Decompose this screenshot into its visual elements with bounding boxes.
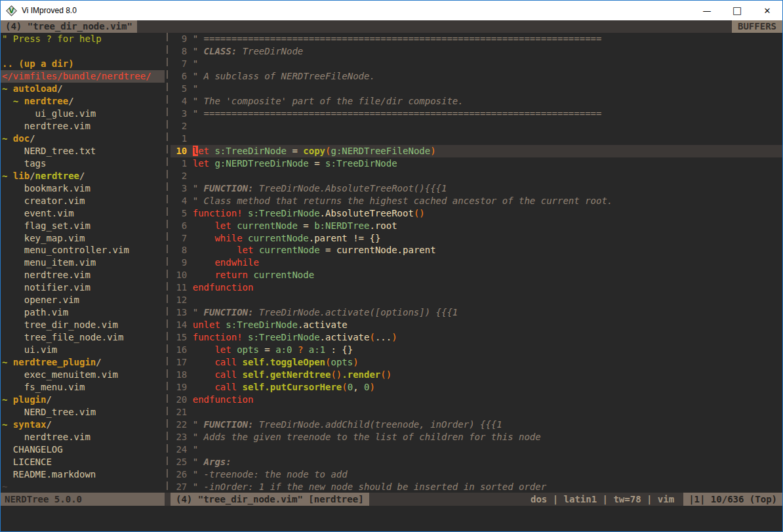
tree-item[interactable]: event.vim: [1, 207, 165, 220]
tree-item[interactable]: tree_dir_node.vim: [1, 319, 165, 331]
tree-item[interactable]: menu_item.vim: [1, 256, 165, 269]
text-segment: nerdtree: [24, 96, 68, 106]
code-line[interactable]: 1let g:NERDTreeDirNode = s:TreeDirNode: [171, 157, 782, 170]
tree-item[interactable]: notifier.vim: [1, 281, 165, 294]
text-segment: path.vim: [2, 307, 68, 317]
code-line[interactable]: 24": [171, 443, 782, 456]
code-line[interactable]: 11endfunction: [171, 281, 782, 294]
tree-item[interactable]: tree_file_node.vim: [1, 331, 165, 344]
code-line[interactable]: 17 call self.toggleOpen(opts): [171, 356, 782, 369]
line-number: 1: [171, 133, 187, 145]
code-line[interactable]: 18 call self.getNerdtree().render(): [171, 369, 782, 381]
tree-item[interactable]: fs_menu.vim: [1, 381, 165, 394]
tree-item[interactable]: tags: [1, 157, 165, 170]
vertical-split[interactable]: [165, 33, 171, 493]
maximize-button[interactable]: □: [722, 1, 752, 20]
code-line[interactable]: 4" The 'composite' part of the file/dir …: [171, 95, 782, 108]
text-segment: /: [68, 96, 73, 106]
tree-item[interactable]: bookmark.vim: [1, 182, 165, 195]
nerdtree-pane[interactable]: " Press ? for help.. (up a dir)</vimfile…: [1, 33, 165, 493]
code-line[interactable]: 21: [171, 406, 782, 419]
tree-item[interactable]: NERD_tree.txt: [1, 145, 165, 157]
tree-item[interactable]: ~ nerdtree_plugin/: [1, 356, 165, 369]
text-segment: ): [369, 382, 374, 392]
tree-item[interactable]: CHANGELOG: [1, 443, 165, 456]
tree-item[interactable]: ~ lib/nerdtree/: [1, 170, 165, 182]
code-line[interactable]: 3" =====================================…: [171, 108, 782, 120]
tab-tree-dir-node[interactable]: (4) "tree_dir_node.vim": [1, 20, 137, 33]
code-line[interactable]: 16 let opts = a:0 ? a:1 : {}: [171, 344, 782, 356]
code-line[interactable]: 25" Args:: [171, 456, 782, 468]
tree-item[interactable]: ~ nerdtree/: [1, 95, 165, 108]
code-line[interactable]: 23" Adds the given treenode to the list …: [171, 431, 782, 443]
tree-item[interactable]: " Press ? for help: [1, 33, 165, 45]
code-line[interactable]: 1: [171, 133, 782, 145]
close-button[interactable]: ✕: [752, 1, 782, 20]
code-line[interactable]: 8 let currentNode = currentNode.parent: [171, 244, 782, 256]
code-line[interactable]: 7": [171, 58, 782, 70]
tree-item[interactable]: ~: [1, 481, 165, 493]
code-line[interactable]: 12: [171, 294, 782, 306]
tree-item[interactable]: flag_set.vim: [1, 220, 165, 232]
code-line[interactable]: 13" FUNCTION: TreeDirNode.activate([opti…: [171, 306, 782, 319]
line-number: 22: [171, 419, 187, 431]
text-segment: " Press ? for help: [2, 33, 102, 44]
text-segment: .. (up a dir): [2, 58, 74, 69]
tree-item[interactable]: .. (up a dir): [1, 58, 165, 70]
text-segment: ui_glue.vim: [2, 108, 96, 119]
tree-item[interactable]: ui_glue.vim: [1, 108, 165, 120]
text-segment: endfunction: [193, 282, 254, 293]
text-segment: .parent != {}: [309, 233, 381, 243]
tree-item[interactable]: exec_menuitem.vim: [1, 369, 165, 381]
tree-item[interactable]: LICENCE: [1, 456, 165, 468]
code-line[interactable]: 6 let currentNode = b:NERDTree.root: [171, 220, 782, 232]
code-line[interactable]: 27" -inOrder: 1 if the new node should b…: [171, 481, 782, 493]
code-line[interactable]: 5": [171, 83, 782, 95]
tree-item[interactable]: ui.vim: [1, 344, 165, 356]
line-number: 19: [171, 381, 187, 394]
tree-item[interactable]: [1, 45, 165, 58]
code-line[interactable]: 9 endwhile: [171, 256, 782, 269]
text-segment: [193, 257, 215, 268]
tree-item[interactable]: ~ syntax/: [1, 419, 165, 431]
text-segment: /: [57, 83, 62, 94]
tree-item[interactable]: README.markdown: [1, 468, 165, 481]
code-line[interactable]: 22" FUNCTION: TreeDirNode.addChild(treen…: [171, 419, 782, 431]
code-line[interactable]: 6" A subclass of NERDTreeFileNode.: [171, 70, 782, 83]
text-segment: /: [96, 357, 101, 367]
tree-item[interactable]: ~ doc/: [1, 133, 165, 145]
code-line[interactable]: 5function! s:TreeDirNode.AbsoluteTreeRoo…: [171, 207, 782, 220]
editor-pane[interactable]: 9" =====================================…: [171, 33, 782, 493]
tree-item[interactable]: creator.vim: [1, 195, 165, 207]
tree-item[interactable]: opener.vim: [1, 294, 165, 306]
minimize-button[interactable]: —: [692, 1, 722, 20]
code-line[interactable]: 10let s:TreeDirNode = copy(g:NERDTreeFil…: [171, 145, 782, 157]
svg-text:V: V: [9, 7, 14, 14]
tree-item[interactable]: nerdtree.vim: [1, 269, 165, 281]
tree-item[interactable]: </vimfiles/bundle/nerdtree/: [1, 70, 165, 83]
code-line[interactable]: 4" Class method that returns the highest…: [171, 195, 782, 207]
code-line[interactable]: 26" -treenode: the node to add: [171, 468, 782, 481]
code-line[interactable]: 10 return currentNode: [171, 269, 782, 281]
code-line[interactable]: 2: [171, 170, 782, 182]
code-line[interactable]: 9" =====================================…: [171, 33, 782, 45]
code-line[interactable]: 2: [171, 120, 782, 133]
statusline-fileinfo: dos | latin1 | tw=78 | vim: [369, 493, 684, 506]
tree-item[interactable]: ~ plugin/: [1, 394, 165, 406]
command-line[interactable]: [1, 506, 782, 531]
code-line[interactable]: 3" FUNCTION: TreeDirNode.AbsoluteTreeRoo…: [171, 182, 782, 195]
code-line[interactable]: 14unlet s:TreeDirNode.activate: [171, 319, 782, 331]
tree-item[interactable]: nerdtree.vim: [1, 431, 165, 443]
tree-item[interactable]: nerdtree.vim: [1, 120, 165, 133]
tree-item[interactable]: NERD_tree.vim: [1, 406, 165, 419]
code-line[interactable]: 7 while currentNode.parent != {}: [171, 232, 782, 245]
tree-item[interactable]: path.vim: [1, 306, 165, 319]
code-line[interactable]: 15function! s:TreeDirNode.activate(...): [171, 331, 782, 344]
text-segment: s:TreeDirNode: [226, 319, 298, 330]
code-line[interactable]: 20endfunction: [171, 394, 782, 406]
tree-item[interactable]: ~ autoload/: [1, 83, 165, 95]
tree-item[interactable]: menu_controller.vim: [1, 244, 165, 256]
code-line[interactable]: 8" CLASS: TreeDirNode: [171, 45, 782, 58]
code-line[interactable]: 19 call self.putCursorHere(0, 0): [171, 381, 782, 394]
tree-item[interactable]: key_map.vim: [1, 232, 165, 245]
